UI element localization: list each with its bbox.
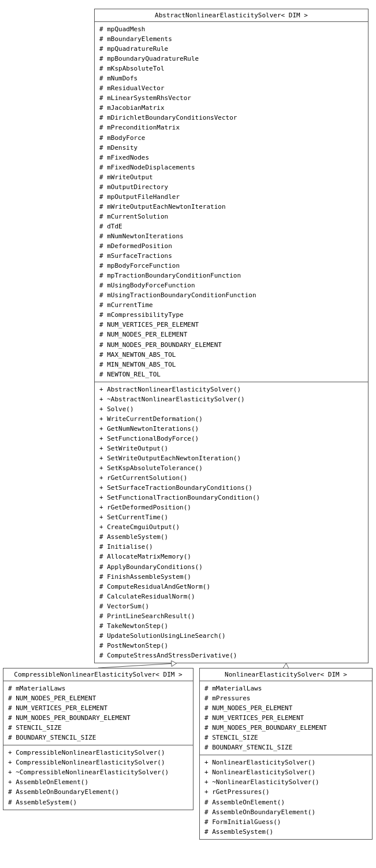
compressible-fields-section: # mMaterialLaws# NUM_NODES_PER_ELEMENT# … xyxy=(3,681,193,745)
field-item: # NUM_NODES_PER_BOUNDARY_ELEMENT xyxy=(204,723,367,733)
svg-line-2 xyxy=(286,663,286,668)
field-item: # mpOutputFileHandler xyxy=(99,192,363,202)
field-item: # NUM_NODES_PER_BOUNDARY_ELEMENT xyxy=(8,713,188,723)
field-item: # mCurrentTime xyxy=(99,300,363,310)
method-item: + SetWriteOutputEachNewtonIteration() xyxy=(99,453,363,463)
field-item: # mDeformedPosition xyxy=(99,241,363,251)
method-item: + SetWriteOutput() xyxy=(99,444,363,453)
field-item: # mpBodyForceFunction xyxy=(99,261,363,271)
field-item: # MIN_NEWTON_ABS_TOL xyxy=(99,360,363,370)
field-item: # mWriteOutput xyxy=(99,172,363,182)
method-item: # ApplyBoundaryConditions() xyxy=(99,562,363,572)
field-item: # mOutputDirectory xyxy=(99,182,363,192)
method-item: + ~NonlinearElasticitySolver() xyxy=(204,777,367,787)
field-item: # mKspAbsoluteTol xyxy=(99,64,363,73)
field-item: # mPressures xyxy=(204,693,367,703)
field-item: # NUM_VERTICES_PER_ELEMENT xyxy=(8,703,188,713)
field-item: # NUM_NODES_PER_ELEMENT xyxy=(204,703,367,713)
nonlinear-box-title: NonlinearElasticitySolver< DIM > xyxy=(200,668,372,681)
field-item: # BOUNDARY_STENCIL_SIZE xyxy=(8,733,188,743)
field-item: # mCompressibilityType xyxy=(99,310,363,320)
field-item: # mpQuadMesh xyxy=(99,24,363,34)
method-item: + ~AbstractNonlinearElasticitySolver() xyxy=(99,394,363,404)
field-item: # mBodyForce xyxy=(99,133,363,143)
method-item: + rGetPressures() xyxy=(204,787,367,797)
method-item: # ComputeResidualAndGetNorm() xyxy=(99,582,363,592)
method-item: # AssembleSystem() xyxy=(204,827,367,837)
method-item: + WriteCurrentDeformation() xyxy=(99,414,363,424)
method-item: # VectorSum() xyxy=(99,601,363,611)
field-item: # mFixedNodeDisplacements xyxy=(99,162,363,172)
method-item: + AssembleOnElement() xyxy=(8,777,188,787)
nonlinear-fields-section: # mMaterialLaws# mPressures# NUM_NODES_P… xyxy=(200,681,372,755)
method-item: + SetSurfaceTractionBoundaryConditions() xyxy=(99,483,363,493)
method-item: # CalculateResidualNorm() xyxy=(99,592,363,601)
field-item: # mpBoundaryQuadratureRule xyxy=(99,54,363,64)
field-item: # STENCIL_SIZE xyxy=(8,723,188,733)
field-item: # mBoundaryElements xyxy=(99,34,363,44)
field-item: # NUM_NODES_PER_BOUNDARY_ELEMENT xyxy=(99,340,363,350)
method-item: # Initialise() xyxy=(99,542,363,552)
method-item: # AssembleOnBoundaryElement() xyxy=(8,787,188,797)
abstract-box: AbstractNonlinearElasticitySolver< DIM >… xyxy=(94,9,368,663)
method-item: + CompressibleNonlinearElasticitySolver(… xyxy=(8,758,188,767)
nonlinear-methods-section: + NonlinearElasticitySolver()+ Nonlinear… xyxy=(200,755,372,839)
method-item: # AllocateMatrixMemory() xyxy=(99,552,363,562)
method-item: + rGetDeformedPosition() xyxy=(99,503,363,512)
method-item: # ComputeStressAndStressDerivative() xyxy=(99,651,363,660)
method-item: # AssembleSystem() xyxy=(99,532,363,542)
field-item: # NUM_NODES_PER_ELEMENT xyxy=(8,693,188,703)
field-item: # mPreconditionMatrix xyxy=(99,123,363,132)
field-item: # mpTractionBoundaryConditionFunction xyxy=(99,271,363,280)
field-item: # mWriteOutputEachNewtonIteration xyxy=(99,202,363,212)
compressible-methods-section: + CompressibleNonlinearElasticitySolver(… xyxy=(3,745,193,809)
method-item: + SetKspAbsoluteTolerance() xyxy=(99,463,363,473)
field-item: # NEWTON_REL_TOL xyxy=(99,370,363,379)
method-item: + rGetCurrentSolution() xyxy=(99,473,363,483)
field-item: # mMaterialLaws xyxy=(8,684,188,693)
nonlinear-box: NonlinearElasticitySolver< DIM > # mMate… xyxy=(199,668,373,840)
method-item: + ~CompressibleNonlinearElasticitySolver… xyxy=(8,767,188,777)
method-item: # FormInitialGuess() xyxy=(204,817,367,827)
field-item: # mNumNewtonIterations xyxy=(99,231,363,241)
field-item: # NUM_NODES_PER_ELEMENT xyxy=(99,330,363,339)
field-item: # mMaterialLaws xyxy=(204,684,367,693)
compressible-box: CompressibleNonlinearElasticitySolver< D… xyxy=(3,668,193,810)
field-item: # STENCIL_SIZE xyxy=(204,733,367,743)
field-item: # mResidualVector xyxy=(99,83,363,93)
field-item: # mDirichletBoundaryConditionsVector xyxy=(99,113,363,123)
field-item: # mFixedNodes xyxy=(99,153,363,162)
method-item: # TakeNewtonStep() xyxy=(99,621,363,631)
method-item: # UpdateSolutionUsingLineSearch() xyxy=(99,631,363,641)
field-item: # mUsingTractionBoundaryConditionFunctio… xyxy=(99,290,363,300)
field-item: # mDensity xyxy=(99,143,363,153)
field-item: # mLinearSystemRhsVector xyxy=(99,93,363,103)
method-item: # AssembleOnElement() xyxy=(204,797,367,807)
method-item: # PostNewtonStep() xyxy=(99,641,363,651)
field-item: # mSurfaceTractions xyxy=(99,251,363,261)
method-item: + CreateCmguiOutput() xyxy=(99,522,363,532)
field-item: # BOUNDARY_STENCIL_SIZE xyxy=(204,743,367,752)
method-item: + CompressibleNonlinearElasticitySolver(… xyxy=(8,748,188,758)
method-item: + SetFunctionalTractionBoundaryCondition… xyxy=(99,493,363,503)
method-item: # AssembleOnBoundaryElement() xyxy=(204,807,367,817)
field-item: # mNumDofs xyxy=(99,73,363,83)
svg-line-0 xyxy=(98,663,177,668)
field-item: # mUsingBodyForceFunction xyxy=(99,280,363,290)
method-item: # AssembleSystem() xyxy=(8,797,188,807)
method-item: + SetFunctionalBodyForce() xyxy=(99,434,363,444)
abstract-methods-section: + AbstractNonlinearElasticitySolver()+ ~… xyxy=(95,382,368,663)
field-item: # MAX_NEWTON_ABS_TOL xyxy=(99,350,363,360)
compressible-box-title: CompressibleNonlinearElasticitySolver< D… xyxy=(3,668,193,681)
method-item: + Solve() xyxy=(99,404,363,414)
abstract-fields-section: # mpQuadMesh# mBoundaryElements# mpQuadr… xyxy=(95,22,368,382)
field-item: # NUM_VERTICES_PER_ELEMENT xyxy=(99,320,363,330)
method-item: # PrintLineSearchResult() xyxy=(99,611,363,621)
field-item: # mpQuadratureRule xyxy=(99,44,363,54)
field-item: # mJacobianMatrix xyxy=(99,103,363,113)
method-item: + AbstractNonlinearElasticitySolver() xyxy=(99,385,363,394)
field-item: # NUM_VERTICES_PER_ELEMENT xyxy=(204,713,367,723)
field-item: # mCurrentSolution xyxy=(99,212,363,221)
method-item: + NonlinearElasticitySolver() xyxy=(204,767,367,777)
method-item: + SetCurrentTime() xyxy=(99,512,363,522)
